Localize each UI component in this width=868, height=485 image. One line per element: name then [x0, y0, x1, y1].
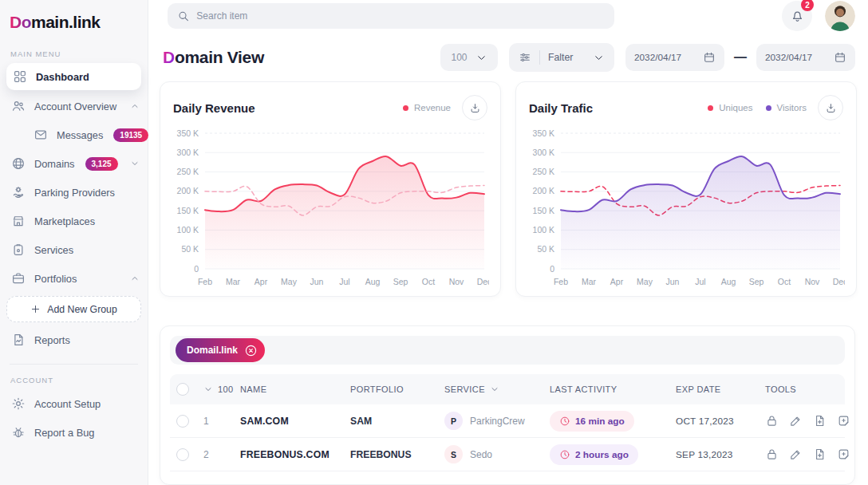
- calendar-icon: [834, 51, 846, 64]
- notification-badge: 2: [801, 0, 814, 11]
- download-icon: [469, 102, 481, 114]
- download-button[interactable]: [818, 95, 843, 120]
- table-count-header[interactable]: 100: [203, 384, 240, 394]
- search-input[interactable]: [196, 10, 605, 22]
- divider: [539, 50, 540, 65]
- svg-text:May: May: [637, 277, 653, 286]
- chevron-down-icon: [593, 52, 605, 64]
- sidebar-item-label: Parking Providers: [34, 187, 115, 199]
- content: Domain View 100 Falter 2032/04/17 —: [148, 32, 868, 485]
- briefcase-icon: [11, 271, 26, 286]
- legend-item: Visitors: [766, 103, 807, 112]
- report-icon: [11, 333, 26, 347]
- notifications-button[interactable]: 2: [782, 1, 812, 31]
- chart-header: Daily RevenueRevenue: [173, 95, 487, 120]
- chart-legend: UniquesVisitors: [708, 103, 807, 112]
- date-range-separator: —: [734, 50, 747, 65]
- sidebar-add-new-group-button[interactable]: Add New Group: [6, 296, 141, 322]
- edit-icon[interactable]: [789, 448, 803, 461]
- sidebar-item-account-setup[interactable]: Account Setup: [0, 389, 148, 418]
- tools-cell: [765, 448, 850, 461]
- sidebar-item-marketplaces[interactable]: Marketplaces: [0, 207, 148, 235]
- date-to-picker[interactable]: 2032/04/17: [756, 44, 855, 71]
- service-cell: SSedo: [444, 445, 550, 463]
- chevron-down-icon: [130, 159, 140, 168]
- domains-table-card: Domail.link 100NAMEPORTFOLIOSERVICELAST …: [160, 325, 855, 485]
- exp-date: OCT 17,2023: [676, 416, 765, 427]
- lock-icon[interactable]: [765, 414, 779, 428]
- svg-text:Feb: Feb: [554, 277, 568, 286]
- page-size-value: 100: [451, 52, 467, 63]
- filter-dropdown[interactable]: Falter: [509, 43, 614, 72]
- chevron-up-icon: [130, 274, 140, 283]
- chevron-down-icon: [203, 384, 213, 394]
- legend-label: Visitors: [777, 103, 807, 112]
- sidebar-item-report-a-bug[interactable]: Report a Bug: [0, 418, 148, 447]
- file-plus-icon[interactable]: [813, 414, 827, 428]
- table-row: 1SAM.COMSAMPParkingCrew16 min agoOCT 17,…: [170, 404, 845, 438]
- svg-text:Apr: Apr: [610, 277, 624, 286]
- svg-text:250 K: 250 K: [533, 167, 554, 176]
- svg-text:Jun: Jun: [310, 277, 324, 286]
- row-number: 2: [203, 449, 240, 460]
- sidebar-item-services[interactable]: Services: [0, 235, 148, 264]
- filter-label: Falter: [548, 52, 573, 63]
- svg-text:50 K: 50 K: [181, 244, 199, 254]
- sidebar-item-label: Account Setup: [34, 398, 101, 410]
- svg-text:0: 0: [550, 264, 554, 274]
- close-icon[interactable]: [244, 344, 258, 357]
- legend-label: Revenue: [414, 103, 451, 112]
- service-name: ParkingCrew: [470, 416, 525, 427]
- legend-dot: [766, 105, 771, 111]
- sidebar-item-portfolios[interactable]: Portfolios: [0, 264, 148, 293]
- select-all-checkbox[interactable]: [176, 383, 189, 396]
- chevron-down-icon: [475, 52, 487, 64]
- filter-chip[interactable]: Domail.link: [176, 338, 265, 362]
- sidebar-item-dashboard[interactable]: Dashboard: [6, 63, 141, 90]
- user-avatar[interactable]: [825, 1, 855, 31]
- download-button[interactable]: [462, 95, 487, 120]
- sidebar-item-account-overview[interactable]: Account Overview: [0, 92, 148, 120]
- search-box[interactable]: [168, 3, 614, 29]
- legend-dot: [708, 105, 713, 111]
- column-header-label: LAST ACTIVITY: [550, 384, 617, 394]
- search-icon: [177, 10, 189, 22]
- sidebar-item-label: Reports: [34, 334, 70, 346]
- svg-text:Aug: Aug: [721, 277, 736, 286]
- gear-icon: [11, 396, 26, 411]
- svg-text:150 K: 150 K: [533, 206, 554, 215]
- exp-date: SEP 13,2023: [676, 449, 765, 460]
- last-activity-badge: 16 min ago: [550, 411, 634, 432]
- sidebar-item-parking-providers[interactable]: Parking Providers: [0, 178, 148, 207]
- row-checkbox[interactable]: [176, 448, 189, 461]
- row-checkbox[interactable]: [176, 415, 189, 428]
- svg-text:50 K: 50 K: [537, 244, 554, 254]
- svg-text:Oct: Oct: [778, 277, 791, 286]
- edit-icon[interactable]: [789, 414, 803, 428]
- legend-item: Revenue: [403, 103, 451, 112]
- bell-icon: [790, 9, 805, 24]
- parking-icon: [11, 185, 26, 199]
- sidebar-item-domains[interactable]: Domains3,125: [0, 149, 148, 178]
- page-size-select[interactable]: 100: [440, 44, 498, 71]
- service-name: Sedo: [470, 449, 492, 460]
- divider: [10, 364, 138, 365]
- chart-card-daily-trafic: Daily TraficUniquesVisitors350 K300 K250…: [515, 81, 857, 297]
- date-from-picker[interactable]: 2032/04/17: [625, 44, 724, 71]
- file-plus-icon[interactable]: [813, 448, 827, 461]
- service-initial-avatar: P: [444, 412, 463, 430]
- section-label: MAIN MENU: [10, 49, 138, 58]
- note-add-icon[interactable]: [837, 448, 850, 461]
- sidebar-item-label: Dashboard: [36, 71, 89, 83]
- sidebar-item-messages[interactable]: Messages19135: [0, 120, 148, 149]
- column-header-portfolio: PORTFOLIO: [350, 384, 444, 394]
- note-add-icon[interactable]: [837, 414, 850, 428]
- sidebar: Domain.link MAIN MENUDashboardAccount Ov…: [0, 0, 148, 485]
- sidebar-item-reports[interactable]: Reports: [0, 325, 148, 354]
- chevron-down-icon: [490, 384, 499, 394]
- sidebar-item-label: Services: [34, 244, 73, 256]
- lock-icon[interactable]: [765, 448, 779, 461]
- chart-header: Daily TraficUniquesVisitors: [529, 95, 843, 120]
- domain-name: FREEBONUS.COM: [240, 449, 350, 460]
- column-header-service[interactable]: SERVICE: [444, 384, 550, 394]
